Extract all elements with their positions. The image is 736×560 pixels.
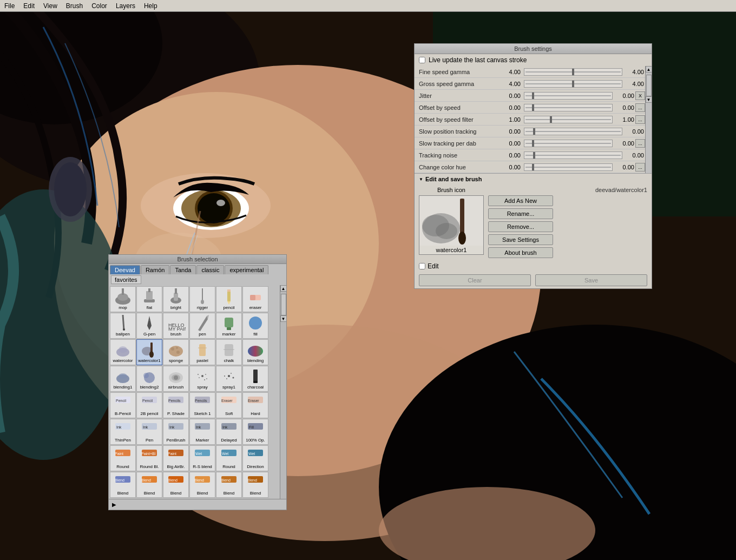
menu-layers[interactable]: Layers [111, 1, 140, 11]
brush-flat[interactable]: flat [136, 286, 162, 312]
scroll-up-btn[interactable]: ▲ [280, 285, 287, 292]
offset-speed-filter-slider[interactable] [524, 116, 613, 123]
brush-blend4[interactable]: Blend Blend [189, 472, 215, 498]
brush-ballpen[interactable]: ballpen [110, 313, 136, 339]
menu-edit[interactable]: Edit [19, 1, 39, 11]
tab-tanda[interactable]: Tanda [170, 265, 196, 274]
scroll-down-btn[interactable]: ▼ [280, 315, 287, 322]
gross-speed-gamma-slider[interactable] [524, 80, 622, 88]
save-settings-button[interactable]: Save Settings [488, 234, 553, 245]
settings-scroll-down[interactable]: ▼ [646, 96, 652, 103]
menu-brush[interactable]: Brush [62, 1, 87, 11]
change-color-hue-slider[interactable] [524, 163, 613, 171]
settings-scrollbar[interactable]: ▲ ▼ [645, 66, 652, 173]
brush-watercolor1[interactable]: watercolor1 [136, 339, 162, 365]
rename-button[interactable]: Rename... [488, 208, 553, 219]
brush-blending[interactable]: blending [242, 339, 268, 365]
brush-sketch1[interactable]: Pencils Sketch 1 [189, 392, 215, 418]
brush-round[interactable]: Paint Round [110, 445, 136, 471]
brush-thin-pen[interactable]: Ink ThinPen [110, 419, 136, 445]
brush-delayed[interactable]: Ink Delayed [216, 419, 242, 445]
brush-spray[interactable]: spray [189, 366, 215, 392]
brush-sponge[interactable]: sponge [163, 339, 189, 365]
remove-button[interactable]: Remove... [488, 221, 553, 232]
brush-blend1[interactable]: Blend Blend [110, 472, 136, 498]
settings-scroll-thumb[interactable] [646, 75, 652, 96]
menu-help[interactable]: Help [140, 1, 162, 11]
brush-wet-dir[interactable]: Wet Direction [242, 445, 268, 471]
brush-big-airbrush[interactable]: Paint Big AirBr. [163, 445, 189, 471]
brush-blend6[interactable]: Blend Blend [242, 472, 268, 498]
brush-chalk[interactable]: chalk [216, 339, 242, 365]
svg-text:Paint: Paint [115, 452, 123, 456]
clear-button[interactable]: Clear [419, 274, 531, 286]
brush-fill[interactable]: fill [242, 313, 268, 339]
tab-experimental[interactable]: experimental [225, 265, 268, 274]
brush-2b-pencil[interactable]: Pencil 2B pencil [136, 392, 162, 418]
brush-pencil[interactable]: pencil [216, 286, 242, 312]
brush-b-pencil[interactable]: Pencil B-Pencil [110, 392, 136, 418]
brush-p-shade[interactable]: Pencils P. Shade [163, 392, 189, 418]
about-brush-button[interactable]: About brush [488, 247, 553, 258]
brush-charcoal[interactable]: charcoal [242, 366, 268, 392]
brush-spray1[interactable]: spray1 [216, 366, 242, 392]
brush-airbrush[interactable]: airbrush [163, 366, 189, 392]
brush-pastel[interactable]: pastel [189, 339, 215, 365]
slow-tracking-dab-btn[interactable]: ... [635, 139, 645, 148]
brush-round-bl[interactable]: Paint+Bl Round Bl. [136, 445, 162, 471]
live-update-checkbox[interactable] [419, 57, 425, 63]
brush-pen[interactable]: pen [189, 313, 215, 339]
brush-blend5[interactable]: Blend Blend [216, 472, 242, 498]
menu-color[interactable]: Color [87, 1, 111, 11]
brush-marker2[interactable]: Ink Marker [189, 419, 215, 445]
fine-speed-gamma-slider[interactable] [524, 68, 622, 76]
brush-rs-blend[interactable]: Wet R-S blend [189, 445, 215, 471]
jitter-x-btn[interactable]: X [635, 91, 645, 100]
offset-speed-filter-btn[interactable]: ... [635, 115, 645, 124]
brush-brush[interactable]: HELLOMY PAINT brush [163, 313, 189, 339]
offset-speed-slider[interactable] [524, 104, 613, 111]
add-as-new-button[interactable]: Add As New [488, 195, 553, 206]
brush-g-pen[interactable]: G-pen [136, 313, 162, 339]
brush-marker[interactable]: marker [216, 313, 242, 339]
brush-watercolor[interactable]: watercolor [110, 339, 136, 365]
menu-file[interactable]: File [0, 1, 19, 11]
brush-blending2[interactable]: blending2 [136, 366, 162, 392]
menu-view[interactable]: View [39, 1, 62, 11]
tab-ramon[interactable]: Ramón [141, 265, 169, 274]
brush-wet-round[interactable]: Wet Round [216, 445, 242, 471]
tab-deevad[interactable]: Deevad [110, 265, 140, 274]
svg-text:Blend: Blend [247, 478, 257, 482]
collapse-icon[interactable]: ▼ [419, 177, 423, 182]
slow-pos-tracking-slider[interactable] [524, 128, 622, 135]
brush-penbrush[interactable]: Ink PenBrush [163, 419, 189, 445]
offset-speed-btn[interactable]: ... [635, 103, 645, 112]
brush-eraser[interactable]: eraser [242, 286, 268, 312]
brush-blend3[interactable]: Blend Blend [163, 472, 189, 498]
brush-rigger[interactable]: rigger [189, 286, 215, 312]
svg-point-43 [119, 346, 127, 353]
brush-eraser-soft[interactable]: Eraser Soft [216, 392, 242, 418]
brush-pen2[interactable]: Ink Pen [136, 419, 162, 445]
brush-grid-scrollbar[interactable]: ▲ ▼ [280, 285, 286, 499]
tag-favorites[interactable]: favorites [111, 275, 141, 284]
brush-eraser-hard[interactable]: Eraser Hard [242, 392, 268, 418]
svg-point-63 [201, 375, 203, 377]
tab-classic[interactable]: classic [196, 265, 224, 274]
svg-rect-53 [225, 344, 233, 356]
brush-mop[interactable]: mop [110, 286, 136, 312]
slow-tracking-dab-slider[interactable] [524, 140, 613, 147]
tracking-noise-slider[interactable] [524, 151, 622, 159]
settings-scroll-up[interactable]: ▲ [646, 66, 652, 73]
brush-blending1[interactable]: blending1 [110, 366, 136, 392]
brush-name-row: deevad/watercolor1 [488, 187, 647, 193]
brush-bright[interactable]: bright [163, 286, 189, 312]
save-button[interactable]: Save [535, 274, 647, 286]
brush-100op[interactable]: Fill 100% Op. [242, 419, 268, 445]
scroll-thumb[interactable] [281, 294, 286, 315]
brush-blend2[interactable]: Blend Blend [136, 472, 162, 498]
change-color-hue-btn[interactable]: ... [635, 163, 645, 172]
jitter-slider[interactable] [524, 92, 613, 100]
edit-checkbox[interactable] [419, 263, 425, 269]
footer-arrow[interactable]: ▶ [110, 500, 119, 509]
